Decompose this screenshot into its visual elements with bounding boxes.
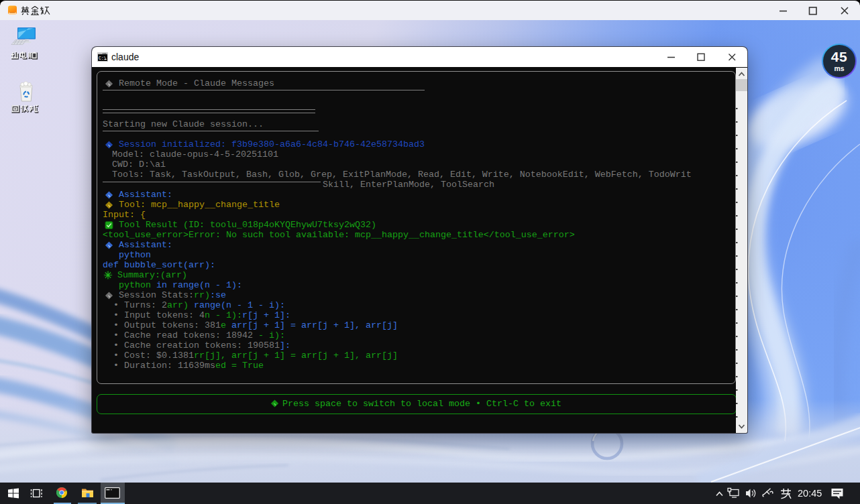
svg-text:C:\: C:\ (99, 56, 107, 61)
